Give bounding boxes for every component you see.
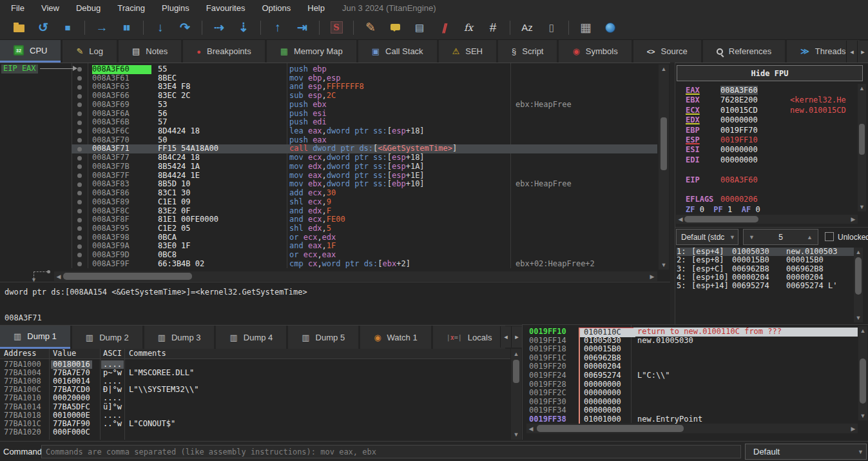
menu-tracing[interactable]: Tracing xyxy=(109,2,153,14)
disasm-vscroll-thumb[interactable] xyxy=(661,117,667,170)
args-vscrollbar[interactable]: ▲ ▼ xyxy=(854,248,863,322)
tab-scroll-left-button[interactable]: ◂ xyxy=(846,41,857,63)
disasm-row[interactable]: 008A3F6A56push esi xyxy=(72,110,657,119)
breakpoint-dot[interactable] xyxy=(72,83,88,92)
tab-breakpoints[interactable]: ●Breakpoints xyxy=(183,40,264,63)
menu-view[interactable]: View xyxy=(33,2,68,14)
regs-hscrollbar[interactable]: ◀ ▶ xyxy=(676,215,858,224)
restart-icon[interactable]: ↺ xyxy=(35,19,52,36)
register-value[interactable]: 010015CD xyxy=(720,106,758,115)
breakpoint-dot[interactable] xyxy=(72,224,88,233)
dump-row[interactable]: 77BA101000020000.... xyxy=(0,394,510,402)
scroll-up-icon[interactable]: ▲ xyxy=(512,349,521,358)
arg-row[interactable]: 4:[esp+10]0000020400000204 xyxy=(677,273,854,282)
menu-plugins[interactable]: Plugins xyxy=(153,2,198,14)
tab-watch-1[interactable]: ◉Watch 1 xyxy=(360,326,431,349)
unlocked-checkbox[interactable] xyxy=(825,232,834,241)
patch-icon[interactable]: ✎ xyxy=(362,19,379,36)
scroll-right-icon[interactable]: ▶ xyxy=(849,215,858,224)
breakpoint-dot[interactable] xyxy=(72,189,88,198)
flag-value[interactable]: 1 xyxy=(723,205,742,214)
stack-row[interactable]: 0019FF2C00000000 xyxy=(523,389,858,398)
dump-row[interactable]: 77BA101477BA5DFCü]°w xyxy=(0,403,510,411)
flag-value[interactable]: 0 xyxy=(751,205,769,214)
menu-favourites[interactable]: Favourites xyxy=(198,2,254,14)
tab-locals[interactable]: |x=|Locals xyxy=(433,326,506,349)
close-icon[interactable]: ■ xyxy=(59,19,76,36)
breakpoint-dot[interactable] xyxy=(72,74,88,83)
tab-log[interactable]: ✎Log xyxy=(63,40,117,63)
args-depth-spinner[interactable]: ▼ 5 ▲ xyxy=(743,229,818,245)
disasm-row[interactable]: 008A3F8683C1 30add ecx,30 xyxy=(72,189,657,198)
disasm-vscrollbar[interactable]: ▲ ▼ xyxy=(659,64,669,270)
hide-fpu-button[interactable]: Hide FPU xyxy=(677,65,863,81)
regs-hscroll-thumb[interactable] xyxy=(684,216,758,222)
scroll-left-icon[interactable]: ◀ xyxy=(54,272,63,281)
scroll-down-icon[interactable]: ▼ xyxy=(854,313,863,322)
scroll-down-icon[interactable]: ▼ xyxy=(858,202,866,211)
tab-seh[interactable]: ⚠SEH xyxy=(439,40,496,63)
disasm-row[interactable]: 008A3F8C83E2 0Fand edx,F xyxy=(72,207,657,216)
dump-row[interactable]: 77BA10180010000E.... xyxy=(0,411,510,420)
scroll-up-icon[interactable]: ▲ xyxy=(858,326,867,335)
stack-row[interactable]: 0019FF3801001000new.EntryPoint xyxy=(523,415,858,424)
args-vscroll-thumb[interactable] xyxy=(855,257,862,295)
dump-row[interactable]: 77BA101C77BA7F90..°wL"CONOUT$" xyxy=(0,420,510,428)
source-mode-icon[interactable]: S xyxy=(328,19,345,36)
execute-till-return-icon[interactable]: ↑ xyxy=(269,19,286,36)
breakpoint-dot[interactable] xyxy=(72,118,88,127)
disasm-row[interactable]: 008A3F7050push eax xyxy=(72,136,657,145)
register-value[interactable]: 0019FF70 xyxy=(720,126,758,135)
calling-convention-select[interactable]: Default (stdc ▼ xyxy=(676,229,738,245)
command-input[interactable] xyxy=(41,445,741,458)
register-row-esi[interactable]: ESI00000000 xyxy=(686,145,758,155)
disasm-row[interactable]: 008A3F89C1E1 09shl ecx,9 xyxy=(72,198,657,207)
stack-row[interactable]: 0019FF2000000204 xyxy=(523,362,858,371)
tab-symbols[interactable]: ◉Symbols xyxy=(559,40,631,63)
pause-icon[interactable]: ▮▮ xyxy=(118,19,135,36)
breakpoint-dot[interactable] xyxy=(72,251,88,260)
breakpoint-dot[interactable] xyxy=(72,180,88,189)
step-over-icon[interactable]: ↷ xyxy=(177,19,193,36)
breakpoint-dot[interactable] xyxy=(72,207,88,216)
register-row-eax[interactable]: EAX008A3F60 xyxy=(686,86,758,95)
disasm-row[interactable]: 008A3F9D0BC8or ecx,eax xyxy=(72,251,657,260)
register-value[interactable]: 0019FF10 xyxy=(720,135,758,144)
register-value[interactable]: 00000000 xyxy=(720,155,758,164)
register-value[interactable]: 7628E200 xyxy=(720,95,758,104)
breakpoint-dot[interactable] xyxy=(72,162,88,172)
calculator-icon[interactable]: ▦ xyxy=(577,19,594,36)
tab-dump-2[interactable]: ▥Dump 2 xyxy=(72,326,142,349)
disasm-row[interactable]: 008A3F9F66:3B4B 02cmp cx,word ptr ds:[eb… xyxy=(72,260,657,269)
stack-hscroll-thumb[interactable] xyxy=(537,425,684,432)
scroll-left-icon[interactable]: ◀ xyxy=(676,215,685,224)
spinner-down-icon[interactable]: ▼ xyxy=(749,234,755,240)
disasm-row[interactable]: 008A3F9A83E0 1Fand eax,1F xyxy=(72,242,657,251)
stack-row[interactable]: 0019FF1401005030new.01005030 xyxy=(523,337,858,346)
breakpoint-dot[interactable] xyxy=(72,110,88,119)
disasm-hscroll-thumb[interactable] xyxy=(63,273,192,280)
breakpoint-dot[interactable] xyxy=(72,233,88,242)
step-out-icon[interactable]: ⇣ xyxy=(235,19,252,36)
stack-vscroll-thumb[interactable] xyxy=(860,358,866,404)
scroll-down-icon[interactable]: ▼ xyxy=(659,260,668,270)
arg-row[interactable]: 5:[esp+14]0069527400695274 L' xyxy=(677,282,854,290)
menu-help[interactable]: Help xyxy=(299,2,333,14)
breakpoint-dot[interactable] xyxy=(72,92,88,101)
tab-references[interactable]: References xyxy=(703,40,785,63)
stack-row[interactable]: 0019FF3400000000 xyxy=(523,406,858,415)
tab-dump-4[interactable]: ▥Dump 4 xyxy=(216,326,286,349)
scroll-right-icon[interactable]: ▶ xyxy=(648,272,657,281)
tab-dump-3[interactable]: ▥Dump 3 xyxy=(144,326,215,349)
attach-icon[interactable]: ▯ xyxy=(543,19,560,36)
tab-cpu[interactable]: 32CPU xyxy=(0,40,61,63)
breakpoint-dot[interactable] xyxy=(72,144,88,153)
register-row-ebx[interactable]: EBX7628E200<kernel32.He xyxy=(686,95,758,105)
disasm-row[interactable]: 008A3F778B4C24 18mov ecx,dword ptr ss:[e… xyxy=(72,153,657,162)
tab-source[interactable]: <>Source xyxy=(633,40,701,63)
run-icon[interactable]: → xyxy=(93,19,110,36)
disasm-row[interactable]: 008A3F838B5D 10mov ebx,dword ptr ss:[ebp… xyxy=(72,180,657,189)
scroll-up-icon[interactable]: ▲ xyxy=(858,84,866,93)
breakpoint-dot[interactable] xyxy=(72,127,88,136)
disasm-row[interactable]: 008A3F980BCAor ecx,edx xyxy=(72,233,657,242)
